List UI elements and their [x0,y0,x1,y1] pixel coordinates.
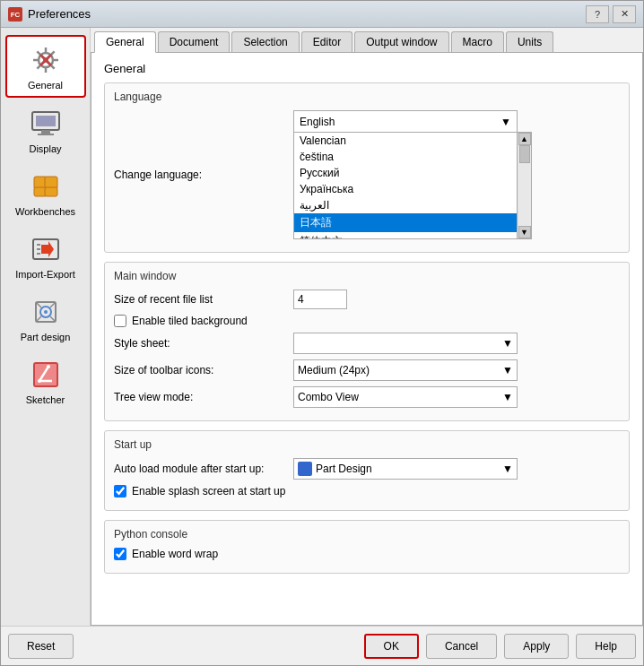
svg-rect-15 [36,116,56,126]
tree-view-dropdown[interactable]: Combo View ▼ [293,386,518,408]
recent-files-control [293,290,620,309]
word-wrap-label: Enable word wrap [132,548,218,560]
python-console-group: Python console Enable word wrap [104,520,630,574]
change-language-label: Change language: [114,169,293,181]
scrollbar-up-button[interactable]: ▲ [518,133,531,145]
sidebar-general-label: General [28,80,63,91]
startup-title: Start up [114,438,620,451]
sidebar-part-design-label: Part design [21,332,71,342]
sidebar-item-display[interactable]: Display [5,99,86,160]
auto-load-arrow-icon: ▼ [502,463,513,475]
style-sheet-row: Style sheet: ▼ [114,333,620,354]
recent-files-label: Size of recent file list [114,293,293,306]
splash-screen-label: Enable splash screen at start up [132,485,285,497]
toolbar-icons-value: Medium (24px) [298,364,370,376]
style-sheet-dropdown[interactable]: ▼ [293,333,518,354]
close-button[interactable]: ✕ [613,5,636,23]
toolbar-icons-dropdown[interactable]: Medium (24px) ▼ [293,359,518,381]
help-button-bottom[interactable]: Help [576,634,636,659]
lang-valencian[interactable]: Valencian [294,133,517,149]
splash-screen-checkbox[interactable] [114,485,126,497]
app-icon: FC [8,7,22,22]
main-window-title: Main window [114,270,620,282]
part-design-icon [28,294,64,330]
language-control: English ▼ Valencian čeština Русский Укра… [293,110,620,239]
auto-load-control: Part Design ▼ [293,458,620,480]
svg-text:FC: FC [11,11,21,19]
lang-russian[interactable]: Русский [294,165,517,181]
tab-selection[interactable]: Selection [231,31,299,52]
svg-line-11 [37,65,40,68]
dropdown-arrow-icon: ▼ [500,116,511,128]
tiled-bg-row: Enable tiled background [114,315,620,327]
lang-ukrainian[interactable]: Українська [294,181,517,197]
sidebar-item-sketcher[interactable]: Sketcher [5,350,86,411]
recent-files-input[interactable] [293,290,347,309]
tab-units[interactable]: Units [506,31,553,52]
scrollbar-track [518,145,531,226]
toolbar-icons-row: Size of toolbar icons: Medium (24px) ▼ [114,359,620,381]
sidebar-display-label: Display [29,143,61,154]
sidebar-item-workbenches[interactable]: Workbenches [5,162,86,223]
svg-point-37 [38,379,41,383]
svg-rect-34 [34,363,57,386]
right-panel: General Document Selection Editor Output… [91,28,643,626]
language-list[interactable]: Valencian čeština Русский Українська الع… [293,132,518,239]
help-button[interactable]: ? [586,5,609,23]
main-window-group: Main window Size of recent file list Ena… [104,262,630,421]
preferences-window: FC Preferences ? ✕ [0,0,644,666]
recent-files-row: Size of recent file list [114,290,620,309]
import-export-icon [28,231,64,267]
sidebar-workbenches-label: Workbenches [15,206,75,217]
ok-button[interactable]: OK [364,634,419,659]
auto-load-row: Auto load module after start up: Part De… [114,458,620,480]
language-scrollbar[interactable]: ▲ ▼ [518,132,532,239]
display-icon [28,106,64,142]
title-bar: FC Preferences ? ✕ [1,1,643,28]
word-wrap-checkbox[interactable] [114,548,126,560]
sidebar-item-general[interactable]: General [5,35,86,98]
svg-point-29 [44,310,48,314]
tab-document[interactable]: Document [158,31,231,52]
svg-line-10 [50,51,54,55]
language-group: Language Change language: English ▼ [104,82,630,253]
svg-line-8 [37,51,40,55]
tab-editor[interactable]: Editor [301,31,352,52]
tree-view-control: Combo View ▼ [293,386,620,408]
tab-output-window[interactable]: Output window [354,31,448,52]
tab-macro[interactable]: Macro [451,31,504,52]
lang-simplified-chinese[interactable]: 简体中文 [294,232,517,239]
toolbar-icons-label: Size of toolbar icons: [114,364,293,376]
lang-japanese[interactable]: 日本語 [294,213,517,232]
python-console-title: Python console [114,528,620,541]
sidebar: General Display [1,28,91,626]
lang-arabic[interactable]: العربية [294,197,517,213]
reset-button[interactable]: Reset [8,634,74,659]
scrollbar-down-button[interactable]: ▼ [518,226,531,238]
style-sheet-control: ▼ [293,333,620,354]
workbenches-icon [28,169,64,204]
selected-language-text: English [300,116,335,128]
style-sheet-arrow-icon: ▼ [502,337,513,350]
tree-view-label: Tree view mode: [114,391,293,403]
cancel-button[interactable]: Cancel [426,634,497,659]
lang-cestina[interactable]: čeština [294,149,517,165]
toolbar-icons-arrow-icon: ▼ [502,364,513,376]
content-area: General Language Change language: Englis… [91,53,643,626]
language-dropdown-header[interactable]: English ▼ [293,110,518,132]
scrollbar-thumb[interactable] [519,145,530,163]
language-group-title: Language [114,91,620,103]
apply-button[interactable]: Apply [504,634,569,659]
tab-general[interactable]: General [94,31,156,53]
tab-bar: General Document Selection Editor Output… [91,28,643,53]
tiled-bg-checkbox[interactable] [114,315,126,327]
bottom-left: Reset [8,634,364,659]
auto-load-label: Auto load module after start up: [114,463,293,475]
sidebar-item-import-export[interactable]: Import-Export [5,225,86,286]
auto-load-dropdown[interactable]: Part Design ▼ [293,458,518,480]
svg-rect-17 [38,134,54,135]
auto-load-value: Part Design [316,463,372,475]
part-design-icon-small [298,462,312,476]
sidebar-item-part-design[interactable]: Part design [5,288,86,349]
sketcher-icon [28,357,64,393]
